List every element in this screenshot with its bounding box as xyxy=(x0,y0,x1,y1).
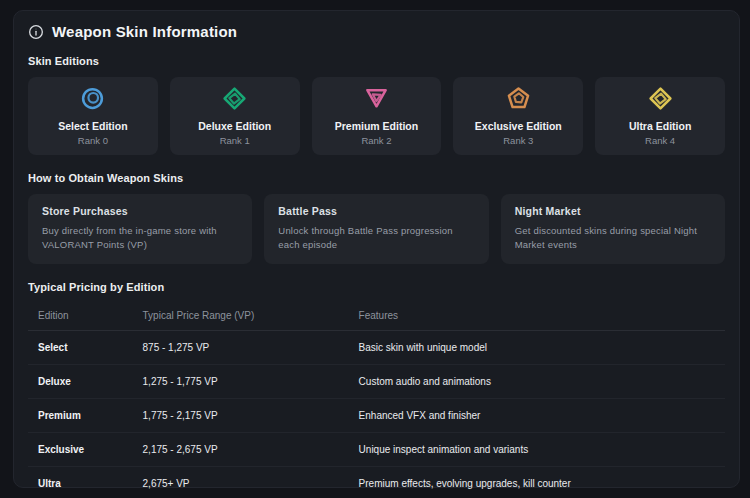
cell-features: Custom audio and animations xyxy=(349,364,725,398)
editions-row: Select Edition Rank 0 Deluxe Edition Ran… xyxy=(28,77,725,155)
pricing-table-header-row: Edition Typical Price Range (VP) Feature… xyxy=(28,301,725,331)
cell-price: 2,675+ VP xyxy=(133,466,349,498)
obtain-card-title: Battle Pass xyxy=(278,205,474,217)
obtain-card-title: Night Market xyxy=(515,205,711,217)
obtain-row: Store Purchases Buy directly from the in… xyxy=(28,194,725,264)
cell-features: Basic skin with unique model xyxy=(349,330,725,364)
cell-edition: Exclusive xyxy=(28,432,133,466)
diamond-swirl-icon xyxy=(648,97,673,114)
cell-features: Premium effects, evolving upgrades, kill… xyxy=(349,466,725,498)
obtain-card-battle-pass: Battle Pass Unlock through Battle Pass p… xyxy=(264,194,488,264)
column-header-price: Typical Price Range (VP) xyxy=(133,301,349,331)
column-header-edition: Edition xyxy=(28,301,133,331)
weapon-skin-info-panel: Weapon Skin Information Skin Editions Se… xyxy=(13,10,740,488)
edition-rank: Rank 1 xyxy=(176,135,294,146)
pricing-heading: Typical Pricing by Edition xyxy=(28,281,725,293)
edition-card-select: Select Edition Rank 0 xyxy=(28,77,158,155)
edition-card-exclusive: Exclusive Edition Rank 3 xyxy=(453,77,583,155)
edition-name: Ultra Edition xyxy=(601,120,719,132)
obtain-card-description: Buy directly from the in-game store with… xyxy=(42,224,238,253)
edition-card-ultra: Ultra Edition Rank 4 xyxy=(595,77,725,155)
edition-rank: Rank 2 xyxy=(318,135,436,146)
cell-price: 875 - 1,275 VP xyxy=(133,330,349,364)
panel-title: Weapon Skin Information xyxy=(52,23,237,40)
triangle-down-swirl-icon xyxy=(364,97,389,114)
edition-card-deluxe: Deluxe Edition Rank 1 xyxy=(170,77,300,155)
obtain-heading: How to Obtain Weapon Skins xyxy=(28,172,725,184)
info-icon xyxy=(28,24,44,40)
cell-features: Enhanced VFX and finisher xyxy=(349,398,725,432)
cell-edition: Select xyxy=(28,330,133,364)
diamond-swirl-icon xyxy=(222,97,247,114)
edition-name: Exclusive Edition xyxy=(459,120,577,132)
edition-name: Premium Edition xyxy=(318,120,436,132)
pricing-row-ultra: Ultra 2,675+ VP Premium effects, evolvin… xyxy=(28,466,725,498)
obtain-card-description: Unlock through Battle Pass progression e… xyxy=(278,224,474,253)
pricing-table: Edition Typical Price Range (VP) Feature… xyxy=(28,301,725,498)
cell-price: 2,175 - 2,675 VP xyxy=(133,432,349,466)
edition-name: Deluxe Edition xyxy=(176,120,294,132)
obtain-card-title: Store Purchases xyxy=(42,205,238,217)
cell-price: 1,775 - 2,175 VP xyxy=(133,398,349,432)
edition-card-premium: Premium Edition Rank 2 xyxy=(312,77,442,155)
obtain-card-night-market: Night Market Get discounted skins during… xyxy=(501,194,725,264)
edition-rank: Rank 3 xyxy=(459,135,577,146)
obtain-card-store-purchases: Store Purchases Buy directly from the in… xyxy=(28,194,252,264)
pricing-row-deluxe: Deluxe 1,275 - 1,775 VP Custom audio and… xyxy=(28,364,725,398)
edition-rank: Rank 4 xyxy=(601,135,719,146)
column-header-features: Features xyxy=(349,301,725,331)
editions-heading: Skin Editions xyxy=(28,55,725,67)
cell-features: Unique inspect animation and variants xyxy=(349,432,725,466)
pricing-row-premium: Premium 1,775 - 2,175 VP Enhanced VFX an… xyxy=(28,398,725,432)
cell-edition: Premium xyxy=(28,398,133,432)
pricing-row-exclusive: Exclusive 2,175 - 2,675 VP Unique inspec… xyxy=(28,432,725,466)
cell-edition: Deluxe xyxy=(28,364,133,398)
pentagon-swirl-icon xyxy=(506,97,531,114)
circle-swirl-icon xyxy=(80,97,105,114)
cell-price: 1,275 - 1,775 VP xyxy=(133,364,349,398)
obtain-card-description: Get discounted skins during special Nigh… xyxy=(515,224,711,253)
panel-header: Weapon Skin Information xyxy=(28,23,725,40)
pricing-row-select: Select 875 - 1,275 VP Basic skin with un… xyxy=(28,330,725,364)
edition-name: Select Edition xyxy=(34,120,152,132)
edition-rank: Rank 0 xyxy=(34,135,152,146)
cell-edition: Ultra xyxy=(28,466,133,498)
